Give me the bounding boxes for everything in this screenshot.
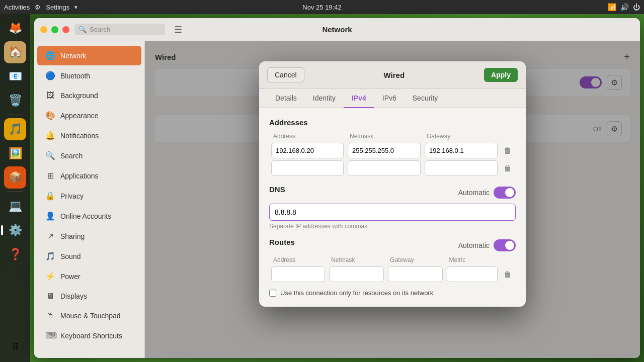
dns-hint: Separate IP addresses with commas — [269, 223, 516, 230]
delete-routes-row-button[interactable]: 🗑 — [502, 268, 514, 281]
power-sidebar-icon: ⚡ — [45, 272, 55, 281]
sidebar-privacy-label: Privacy — [60, 192, 84, 200]
tab-details[interactable]: Details — [267, 89, 305, 108]
dock-firefox[interactable]: 🦊 — [4, 17, 26, 39]
tab-ipv6[interactable]: IPv6 — [374, 89, 405, 108]
maximize-button[interactable]: □ — [51, 26, 58, 33]
sidebar-network-label: Network — [60, 52, 86, 60]
use-connection-label: Use this connection only for resources o… — [280, 289, 433, 297]
dock-music[interactable]: 🎵 — [4, 118, 26, 140]
netmask-input-1[interactable] — [348, 143, 421, 158]
address-input-2[interactable] — [271, 160, 344, 176]
sidebar-item-background[interactable]: 🖼 Background — [37, 86, 141, 105]
hamburger-menu-icon[interactable]: ☰ — [174, 24, 182, 35]
dns-auto-label: Automatic — [458, 189, 490, 197]
sidebar-item-notifications[interactable]: 🔔 Notifications — [37, 126, 141, 145]
dock-settings[interactable]: ⚙️ — [4, 219, 26, 241]
gateway-input-2[interactable] — [425, 160, 498, 176]
topbar: Activities ⚙ Settings ▾ Nov 25 19:42 📶 🔊… — [0, 0, 644, 14]
gateway-input-1[interactable] — [425, 143, 498, 158]
sidebar-item-sharing[interactable]: ↗ Sharing — [37, 226, 141, 246]
main-panel: Wired + ⚙ Off ⚙ — [145, 41, 640, 358]
routes-auto-label: Automatic — [458, 241, 490, 249]
tab-security[interactable]: Security — [405, 89, 446, 108]
sidebar: 🌐 Network 🔵 Bluetooth 🖼 Background 🎨 App… — [34, 41, 145, 358]
routes-label: Routes — [269, 238, 295, 246]
sidebar-item-applications[interactable]: ⊞ Applications — [37, 166, 141, 186]
sidebar-item-search[interactable]: 🔍 Search — [37, 146, 141, 165]
sidebar-item-appearance[interactable]: 🎨 Appearance — [37, 106, 141, 125]
app-name-label[interactable]: Settings — [46, 4, 69, 11]
sidebar-notifications-label: Notifications — [60, 132, 99, 140]
routes-netmask-col: Netmask — [327, 256, 386, 265]
routes-netmask-input[interactable] — [329, 266, 384, 282]
delete-row-1-button[interactable]: 🗑 — [502, 144, 514, 157]
dock-trash[interactable]: 🗑️ — [4, 89, 26, 112]
netmask-col-header: Netmask — [346, 133, 423, 142]
app-icon: ⚙ — [35, 4, 41, 11]
dock-help[interactable]: ❓ — [4, 243, 26, 265]
sidebar-item-privacy[interactable]: 🔒 Privacy — [37, 186, 141, 206]
network-sidebar-icon: 🌐 — [45, 51, 55, 60]
use-connection-checkbox[interactable] — [269, 290, 276, 297]
sharing-sidebar-icon: ↗ — [45, 231, 55, 241]
cancel-button[interactable]: Cancel — [267, 67, 304, 82]
close-button[interactable]: ✕ — [62, 26, 69, 33]
online-accounts-sidebar-icon: 👤 — [45, 211, 55, 221]
sidebar-displays-label: Displays — [60, 292, 87, 300]
address-row-1: 🗑 — [269, 142, 516, 159]
addresses-section-title: Addresses — [269, 118, 516, 127]
routes-table: Address Netmask Gateway Metric — [269, 256, 516, 283]
dns-input[interactable] — [269, 204, 516, 221]
sidebar-item-bluetooth[interactable]: 🔵 Bluetooth — [37, 66, 141, 85]
dock-email[interactable]: 📧 — [4, 65, 26, 87]
titlebar-search-bar[interactable]: 🔍 Search — [74, 24, 165, 35]
address-row-2: 🗑 — [269, 159, 516, 177]
sidebar-search-label: Search — [60, 152, 83, 160]
sidebar-sound-label: Sound — [60, 252, 80, 260]
sidebar-bluetooth-label: Bluetooth — [60, 72, 90, 80]
routes-row-1: 🗑 — [269, 265, 516, 283]
routes-metric-input[interactable] — [447, 266, 498, 282]
dock-home[interactable]: 🏠 — [4, 41, 26, 63]
sidebar-background-label: Background — [60, 92, 98, 100]
sidebar-item-displays[interactable]: 🖥 Displays — [37, 287, 141, 306]
sidebar-item-mouse[interactable]: 🖱 Mouse & Touchpad — [37, 306, 141, 325]
applications-sidebar-icon: ⊞ — [45, 171, 55, 180]
content-area: 🌐 Network 🔵 Bluetooth 🖼 Background 🎨 App… — [34, 41, 640, 358]
address-input-1[interactable] — [271, 143, 344, 158]
dock-apps[interactable]: ⠿ — [4, 336, 26, 358]
dock-image[interactable]: 🖼️ — [4, 142, 26, 164]
search-icon: 🔍 — [78, 26, 87, 33]
sidebar-item-online-accounts[interactable]: 👤 Online Accounts — [37, 206, 141, 226]
delete-row-2-button[interactable]: 🗑 — [502, 162, 514, 175]
routes-gateway-input[interactable] — [388, 266, 443, 282]
sidebar-item-keyboard[interactable]: ⌨ Keyboard Shortcuts — [37, 326, 141, 345]
dropdown-icon[interactable]: ▾ — [74, 4, 77, 11]
addresses-table: Address Netmask Gateway — [269, 133, 516, 177]
minimize-button[interactable]: ─ — [40, 26, 47, 33]
dns-auto-toggle[interactable] — [494, 187, 516, 199]
routes-gateway-col: Gateway — [386, 256, 445, 265]
routes-address-input[interactable] — [271, 266, 325, 282]
tab-identity[interactable]: Identity — [305, 89, 344, 108]
routes-auto-toggle[interactable] — [494, 239, 516, 251]
activities-label[interactable]: Activities — [4, 4, 30, 11]
sidebar-item-power[interactable]: ⚡ Power — [37, 266, 141, 286]
dns-label: DNS — [269, 185, 285, 194]
modal-tabs: Details Identity IPv4 IPv6 Security — [259, 89, 526, 108]
address-col-header: Address — [269, 133, 346, 142]
netmask-input-2[interactable] — [348, 160, 421, 176]
sidebar-item-network[interactable]: 🌐 Network — [37, 46, 141, 65]
search-placeholder: Search — [90, 26, 110, 33]
sidebar-item-sound[interactable]: 🎵 Sound — [37, 246, 141, 266]
mouse-sidebar-icon: 🖱 — [45, 311, 55, 320]
network-icon: 📶 — [608, 3, 616, 11]
modal-backdrop: Cancel Wired Apply Details Identity IPv4… — [145, 41, 640, 358]
dock-software[interactable]: 📦 — [4, 166, 26, 189]
dock-terminal[interactable]: 💻 — [4, 195, 26, 217]
modal-title: Wired — [384, 71, 405, 79]
sidebar-appearance-label: Appearance — [60, 112, 99, 120]
tab-ipv4[interactable]: IPv4 — [344, 89, 374, 108]
apply-button[interactable]: Apply — [484, 68, 518, 82]
